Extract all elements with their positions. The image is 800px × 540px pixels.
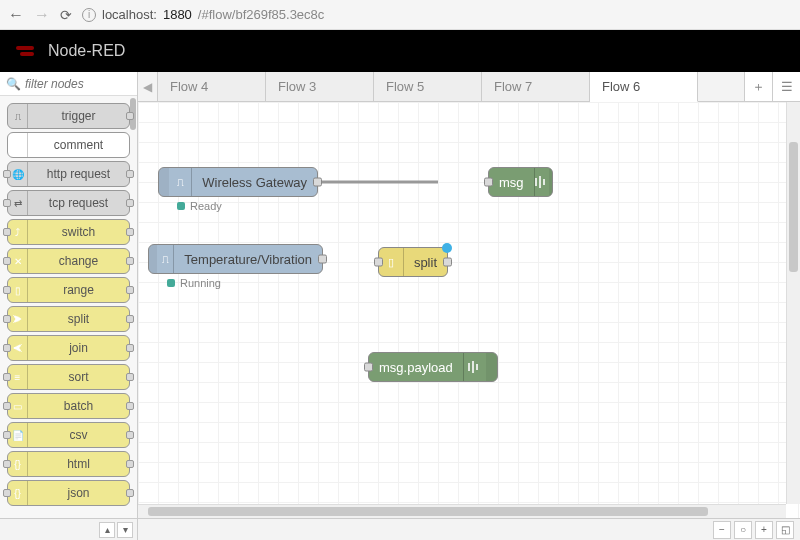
changed-badge-icon <box>442 243 452 253</box>
node-msg-payload[interactable]: msg.payload <box>368 352 498 382</box>
zoom-reset-button[interactable]: ○ <box>734 521 752 539</box>
node-label: msg.payload <box>369 360 463 375</box>
port-icon <box>3 315 11 323</box>
forward-icon[interactable]: → <box>34 6 50 24</box>
url-bar[interactable]: i localhost:1880/#flow/bf269f85.3ec8c <box>82 7 324 22</box>
tab-label: Flow 5 <box>386 79 424 94</box>
workspace: ◀ Flow 4 Flow 3 Flow 5 Flow 7 Flow 6 ＋ ☰… <box>138 72 800 540</box>
canvas-wrap: ⎍ Wireless Gateway Ready msg <box>138 102 800 518</box>
info-icon: i <box>82 8 96 22</box>
palette-filter-input[interactable] <box>25 77 131 91</box>
palette-node-sort[interactable]: ≡ sort <box>7 364 130 390</box>
port-icon <box>3 228 11 236</box>
change-icon: ✕ <box>8 249 28 273</box>
node-temperature-vibration[interactable]: ⎍ Temperature/Vibration Running <box>148 244 323 274</box>
input-port[interactable] <box>374 258 383 267</box>
tab-flow3[interactable]: Flow 3 <box>266 72 374 101</box>
switch-icon: ⤴ <box>8 220 28 244</box>
port-icon <box>126 170 134 178</box>
palette-node-batch[interactable]: ▭ batch <box>7 393 130 419</box>
tab-flow7[interactable]: Flow 7 <box>482 72 590 101</box>
tab-label: Flow 6 <box>602 79 640 94</box>
tab-flow4[interactable]: Flow 4 <box>158 72 266 101</box>
palette-node-label: switch <box>28 225 129 239</box>
flow-canvas[interactable]: ⎍ Wireless Gateway Ready msg <box>138 102 800 518</box>
port-icon <box>126 373 134 381</box>
debug-icon <box>463 353 487 381</box>
search-icon: 🔍 <box>6 77 21 91</box>
serial-icon: ⎍ <box>157 245 174 273</box>
tab-label: Flow 4 <box>170 79 208 94</box>
palette-node-label: csv <box>28 428 129 442</box>
navigator-button[interactable]: ◱ <box>776 521 794 539</box>
json-icon: {} <box>8 481 28 505</box>
palette-node-label: json <box>28 486 129 500</box>
palette-node-switch[interactable]: ⤴ switch <box>7 219 130 245</box>
node-status: Running <box>167 277 221 289</box>
inject-button[interactable] <box>159 168 169 196</box>
zoom-out-button[interactable]: − <box>713 521 731 539</box>
node-msg-debug[interactable]: msg <box>488 167 553 197</box>
zoom-in-button[interactable]: + <box>755 521 773 539</box>
node-label: split <box>404 255 447 270</box>
palette-node-csv[interactable]: 📄 csv <box>7 422 130 448</box>
port-icon <box>126 199 134 207</box>
globe-icon: 🌐 <box>8 162 28 186</box>
node-wireless-gateway[interactable]: ⎍ Wireless Gateway Ready <box>158 167 318 197</box>
palette-node-range[interactable]: ▯ range <box>7 277 130 303</box>
tcp-icon: ⇄ <box>8 191 28 215</box>
node-label: msg <box>489 175 534 190</box>
list-tabs-button[interactable]: ☰ <box>772 72 800 101</box>
palette-search[interactable]: 🔍 <box>0 72 137 96</box>
tabs-scroll-left-button[interactable]: ◀ <box>138 72 158 101</box>
tab-flow6[interactable]: Flow 6 <box>590 72 698 102</box>
output-port[interactable] <box>318 255 327 264</box>
input-port[interactable] <box>364 363 373 372</box>
debug-toggle-button[interactable] <box>486 353 497 381</box>
palette-node-comment[interactable]: comment <box>7 132 130 158</box>
sort-icon: ≡ <box>8 365 28 389</box>
inject-button[interactable] <box>149 245 157 273</box>
port-icon <box>126 315 134 323</box>
node-split[interactable]: ▯ split <box>378 247 448 277</box>
scrollbar-thumb[interactable] <box>789 142 798 272</box>
range-icon: ▯ <box>8 278 28 302</box>
csv-icon: 📄 <box>8 423 28 447</box>
canvas-hscroll[interactable] <box>138 504 786 518</box>
palette-node-json[interactable]: {} json <box>7 480 130 506</box>
port-icon <box>126 286 134 294</box>
palette-node-tcprequest[interactable]: ⇄ tcp request <box>7 190 130 216</box>
palette-node-join[interactable]: ⮜ join <box>7 335 130 361</box>
scrollbar-thumb[interactable] <box>148 507 708 516</box>
port-icon <box>126 112 134 120</box>
reload-icon[interactable]: ⟳ <box>60 7 72 23</box>
back-icon[interactable]: ← <box>8 6 24 24</box>
status-text: Running <box>180 277 221 289</box>
output-port[interactable] <box>443 258 452 267</box>
tab-flow5[interactable]: Flow 5 <box>374 72 482 101</box>
nodered-logo-icon <box>14 44 38 58</box>
palette-node-label: comment <box>28 138 129 152</box>
node-status: Ready <box>177 200 222 212</box>
canvas-vscroll[interactable] <box>786 102 800 504</box>
palette-node-split[interactable]: ⮞ split <box>7 306 130 332</box>
palette-down-button[interactable]: ▾ <box>117 522 133 538</box>
debug-toggle-button[interactable] <box>549 168 552 196</box>
output-port[interactable] <box>313 178 322 187</box>
add-tab-button[interactable]: ＋ <box>744 72 772 101</box>
palette-node-change[interactable]: ✕ change <box>7 248 130 274</box>
trigger-icon: ⎍ <box>8 104 28 128</box>
serial-icon: ⎍ <box>169 168 192 196</box>
palette-node-html[interactable]: {} html <box>7 451 130 477</box>
input-port[interactable] <box>484 178 493 187</box>
palette-node-trigger[interactable]: ⎍ trigger <box>7 103 130 129</box>
status-dot-icon <box>167 279 175 287</box>
browser-bar: ← → ⟳ i localhost:1880/#flow/bf269f85.3e… <box>0 0 800 30</box>
palette-sidebar: 🔍 ⎍ trigger comment 🌐 http request <box>0 72 138 540</box>
port-icon <box>126 431 134 439</box>
join-icon: ⮜ <box>8 336 28 360</box>
palette-up-button[interactable]: ▴ <box>99 522 115 538</box>
port-icon <box>3 402 11 410</box>
url-host: localhost: <box>102 7 157 22</box>
palette-node-httprequest[interactable]: 🌐 http request <box>7 161 130 187</box>
